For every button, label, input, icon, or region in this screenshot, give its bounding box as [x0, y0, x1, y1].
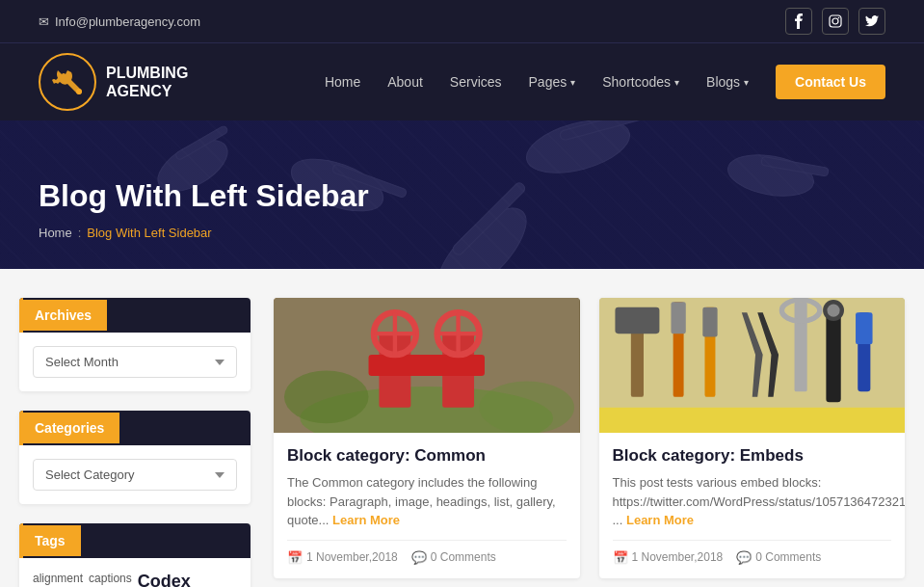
email-address: Info@plumberagency.com: [55, 14, 200, 29]
svg-point-25: [284, 370, 369, 423]
calendar-icon-2: 📅: [613, 550, 628, 565]
page-title: Blog With Left Sidebar: [39, 178, 885, 214]
svg-rect-41: [856, 312, 873, 344]
posts-area: Block category: Common The Common catego…: [274, 298, 905, 587]
nav-pages[interactable]: Pages ▾: [515, 55, 590, 109]
post-2-thumbnail: [599, 298, 906, 433]
contact-button[interactable]: Contact Us: [776, 65, 885, 99]
svg-point-1: [832, 18, 838, 24]
svg-point-2: [838, 17, 840, 19]
post-2-title[interactable]: Block category: Embeds: [613, 446, 892, 466]
archives-body: Select Month: [19, 333, 251, 391]
blogs-arrow-icon: ▾: [744, 77, 749, 88]
post-card-2: Block category: Embeds This post tests v…: [599, 298, 906, 578]
svg-rect-35: [794, 302, 806, 391]
twitter-icon[interactable]: [858, 8, 885, 35]
nav-shortcodes[interactable]: Shortcodes ▾: [589, 55, 693, 109]
logo[interactable]: PLUMBING AGENCY: [39, 43, 188, 120]
post-2-learn-more[interactable]: Learn More: [626, 513, 694, 527]
svg-rect-30: [615, 307, 659, 334]
post-1-comments: 💬 0 Comments: [411, 550, 496, 565]
logo-text: PLUMBING AGENCY: [106, 64, 188, 100]
archives-select[interactable]: Select Month: [33, 346, 237, 378]
breadcrumb-current: Blog With Left Sidebar: [87, 226, 211, 240]
svg-rect-28: [599, 408, 906, 433]
categories-widget: Categories Select Category: [19, 411, 251, 504]
tag-codex[interactable]: Codex: [138, 572, 191, 587]
categories-select[interactable]: Select Category: [33, 459, 237, 491]
svg-rect-37: [826, 307, 840, 403]
instagram-icon[interactable]: [822, 8, 849, 35]
tags-widget: Tags alignment captions Codex comments: [19, 523, 251, 587]
archives-widget: Archives Select Month: [19, 298, 251, 391]
email-icon: ✉: [39, 14, 49, 29]
categories-body: Select Category: [19, 445, 251, 504]
tags-title: Tags: [19, 523, 251, 558]
tag-captions[interactable]: captions: [89, 572, 132, 587]
post-1-body: Block category: Common The Common catego…: [274, 433, 580, 578]
post-1-learn-more[interactable]: Learn More: [332, 513, 400, 527]
hero-section: Blog With Left Sidebar Home : Blog With …: [0, 120, 924, 269]
post-1-date: 📅 1 November,2018: [287, 550, 398, 565]
nav-about[interactable]: About: [374, 55, 436, 109]
email-contact: ✉ Info@plumberagency.com: [39, 14, 200, 29]
svg-rect-32: [671, 302, 685, 334]
breadcrumb-home[interactable]: Home: [39, 226, 72, 240]
calendar-icon: 📅: [287, 550, 303, 565]
svg-point-39: [827, 305, 839, 317]
post-2-meta: 📅 1 November,2018 💬 0 Comments: [613, 540, 892, 565]
breadcrumb: Home : Blog With Left Sidebar: [39, 226, 885, 240]
tags-container: alignment captions Codex comments: [19, 558, 251, 587]
pages-arrow-icon: ▾: [570, 77, 575, 88]
comment-icon-2: 💬: [736, 550, 752, 565]
shortcodes-arrow-icon: ▾: [674, 77, 679, 88]
sidebar: Archives Select Month Categories Select …: [19, 298, 251, 587]
post-1-thumbnail: [274, 298, 580, 433]
svg-point-3: [76, 89, 82, 94]
post-2-comments: 💬 0 Comments: [736, 550, 821, 565]
hero-content: Blog With Left Sidebar Home : Blog With …: [39, 178, 885, 240]
top-bar: ✉ Info@plumberagency.com: [0, 0, 924, 42]
post-1-meta: 📅 1 November,2018 💬 0 Comments: [287, 540, 567, 565]
navbar: PLUMBING AGENCY Home About Services Page…: [0, 42, 924, 120]
post-2-excerpt: This post tests various embed blocks: ht…: [613, 473, 892, 530]
svg-rect-18: [369, 355, 485, 376]
post-card-1: Block category: Common The Common catego…: [274, 298, 580, 578]
nav-blogs[interactable]: Blogs ▾: [693, 55, 762, 109]
svg-rect-34: [702, 307, 717, 337]
archives-title: Archives: [19, 298, 251, 333]
facebook-icon[interactable]: [785, 8, 812, 35]
nav-links: Home About Services Pages ▾ Shortcodes ▾…: [311, 55, 885, 109]
social-links: [785, 8, 885, 35]
nav-services[interactable]: Services: [436, 55, 515, 109]
main-content: Archives Select Month Categories Select …: [0, 269, 924, 587]
post-2-date: 📅 1 November,2018: [613, 550, 724, 565]
svg-point-26: [479, 381, 574, 433]
post-2-body: Block category: Embeds This post tests v…: [599, 433, 906, 578]
comment-icon: 💬: [411, 550, 427, 565]
logo-icon: [39, 53, 96, 111]
post-1-title[interactable]: Block category: Common: [287, 446, 567, 466]
breadcrumb-separator: :: [78, 226, 82, 240]
posts-grid: Block category: Common The Common catego…: [274, 298, 905, 578]
tag-alignment[interactable]: alignment: [33, 572, 83, 587]
nav-home[interactable]: Home: [311, 55, 374, 109]
post-1-excerpt: The Common category includes the followi…: [287, 473, 567, 530]
svg-rect-0: [830, 15, 841, 27]
categories-title: Categories: [19, 411, 251, 445]
